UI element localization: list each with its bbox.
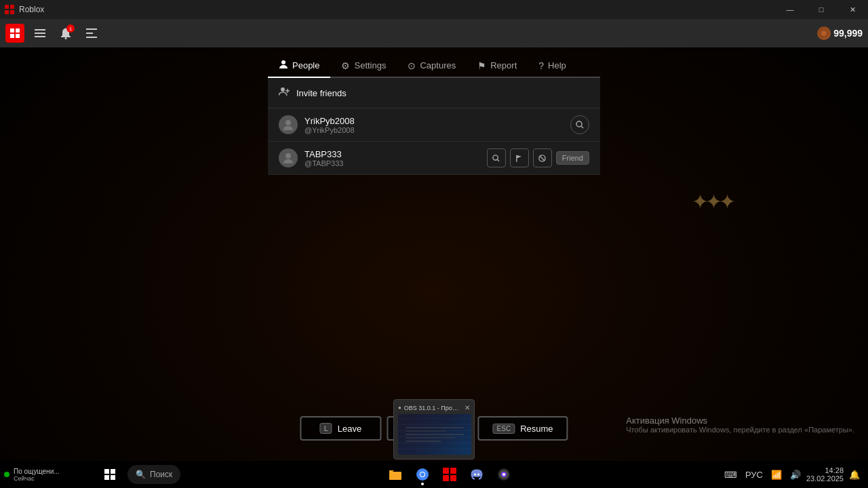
svg-rect-40: [450, 468, 456, 474]
settings-tab-icon: ⚙: [341, 60, 350, 71]
window-title: Roblox: [19, 5, 774, 14]
taskbar-app-explorer[interactable]: [383, 462, 408, 487]
taskbar-app-discord[interactable]: [465, 462, 489, 487]
svg-rect-10: [35, 36, 45, 37]
obs-popup-title-text: OBS 31.0.1 - Профиль: Безымя...: [404, 405, 462, 411]
resume-key: ESC: [493, 424, 515, 434]
minimize-button[interactable]: —: [774, 0, 806, 19]
svg-rect-41: [443, 475, 449, 481]
user-2-avatar: [279, 148, 298, 167]
user-1-handle: @YrikPyb2008: [304, 126, 564, 134]
tab-people[interactable]: People: [268, 54, 330, 78]
svg-point-18: [281, 60, 285, 64]
svg-rect-34: [111, 475, 115, 480]
user-2-friend-badge: Friend: [556, 151, 589, 165]
svg-rect-0: [5, 5, 9, 9]
window-controls: — □ ✕: [774, 0, 868, 19]
currency-icon: R: [817, 26, 831, 40]
taskbar-search-bar[interactable]: 🔍 Поиск: [127, 465, 180, 484]
taskbar-app-chrome[interactable]: [410, 462, 435, 487]
svg-rect-1: [10, 5, 14, 9]
notification-badge: 1: [66, 24, 75, 33]
svg-point-23: [576, 121, 582, 127]
leave-label: Leave: [338, 424, 361, 434]
start-button[interactable]: [96, 461, 123, 488]
user-2-flag-button[interactable]: [510, 148, 529, 167]
user-1-avatar: [279, 115, 298, 134]
taskbar-app-obs[interactable]: [492, 462, 516, 487]
user-2-handle: @TABP333: [304, 159, 480, 167]
svg-rect-5: [16, 28, 20, 33]
user-2-block-button[interactable]: [533, 148, 552, 167]
tab-help-label: Help: [548, 60, 566, 70]
svg-rect-7: [16, 34, 20, 38]
user-1-search-button[interactable]: [570, 115, 589, 134]
invite-friends-label: Invite friends: [296, 88, 347, 98]
app-icon: [4, 4, 15, 15]
currency-display: R 99,999: [817, 26, 863, 40]
svg-rect-33: [104, 475, 109, 480]
close-button[interactable]: ✕: [837, 0, 868, 19]
svg-point-44: [477, 474, 479, 476]
svg-rect-31: [104, 469, 109, 474]
menu-toggle-button[interactable]: [81, 23, 102, 43]
notification-sub: Сейчас: [14, 475, 60, 482]
notification-title: По ощущени...: [14, 468, 60, 475]
obs-popup-close[interactable]: ✕: [465, 404, 470, 411]
tab-help[interactable]: ? Help: [528, 54, 577, 77]
taskbar-network-icon[interactable]: 📶: [768, 468, 785, 481]
user-1-name: YrikPyb2008: [304, 116, 564, 126]
svg-rect-6: [10, 34, 14, 38]
obs-popup-thumbnail[interactable]: [398, 414, 471, 455]
svg-point-38: [420, 472, 425, 476]
user-2-search-button[interactable]: [487, 148, 506, 167]
taskbar-right-area: ⌨ РУС 📶 🔊 14:28 23.02.2025 🔔: [716, 466, 868, 483]
svg-rect-35: [389, 472, 401, 480]
svg-line-27: [498, 159, 500, 161]
notification-dot: [4, 472, 9, 477]
invite-friends-icon: [279, 86, 290, 100]
taskbar-clock[interactable]: 14:28 23.02.2025: [806, 466, 844, 483]
resume-button[interactable]: ESC Resume: [478, 416, 568, 441]
win-activate-subtitle: Чтобы активировать Windows, перейдите в …: [626, 426, 854, 434]
notifications-button[interactable]: 1: [56, 23, 76, 43]
game-particles: ✦✦✦: [692, 190, 732, 214]
svg-rect-3: [10, 10, 14, 14]
menu-panel: People ⚙ Settings ⊙ Captures ⚑ Report ? …: [268, 54, 600, 175]
taskbar-search-icon: 🔍: [136, 470, 146, 479]
taskbar-notifications-icon[interactable]: 🔔: [846, 468, 863, 481]
svg-line-30: [540, 155, 545, 160]
taskbar-lang-icon: РУС: [743, 468, 766, 481]
captures-tab-icon: ⊙: [408, 60, 416, 71]
user-1-info: YrikPyb2008 @YrikPyb2008: [304, 116, 564, 134]
taskbar-keyboard-icon: ⌨: [722, 468, 740, 481]
leave-key: L: [320, 423, 332, 434]
svg-point-11: [65, 37, 67, 39]
invite-friends-row[interactable]: Invite friends: [268, 78, 600, 108]
restore-button[interactable]: □: [806, 0, 837, 19]
taskbar: По ощущени... Сейчас 🔍 Поиск: [0, 461, 868, 488]
roblox-logo[interactable]: [5, 24, 24, 43]
report-tab-icon: ⚑: [477, 60, 486, 71]
obs-taskbar-popup: ● OBS 31.0.1 - Профиль: Безымя... ✕: [393, 399, 475, 460]
tab-people-label: People: [292, 60, 319, 70]
tab-report[interactable]: ⚑ Report: [467, 54, 528, 77]
tab-captures[interactable]: ⊙ Captures: [397, 54, 467, 77]
taskbar-app-roblox[interactable]: [437, 462, 462, 487]
svg-rect-9: [35, 33, 45, 34]
user-row-1: YrikPyb2008 @YrikPyb2008: [268, 108, 600, 142]
windows-activation-watermark: Активация Windows Чтобы активировать Win…: [626, 415, 854, 434]
taskbar-volume-icon[interactable]: 🔊: [787, 468, 804, 481]
svg-rect-12: [86, 28, 97, 30]
svg-point-26: [493, 155, 498, 159]
leave-button[interactable]: L Leave: [300, 416, 381, 441]
help-tab-icon: ?: [538, 60, 544, 71]
hamburger-menu-button[interactable]: [30, 23, 50, 43]
tab-report-label: Report: [490, 60, 517, 70]
tab-settings[interactable]: ⚙ Settings: [330, 54, 397, 77]
user-2-actions: Friend: [487, 148, 589, 167]
tab-captures-label: Captures: [420, 60, 456, 70]
tab-settings-label: Settings: [354, 60, 386, 70]
svg-rect-4: [10, 28, 14, 33]
user-2-info: TABP333 @TABP333: [304, 149, 480, 167]
